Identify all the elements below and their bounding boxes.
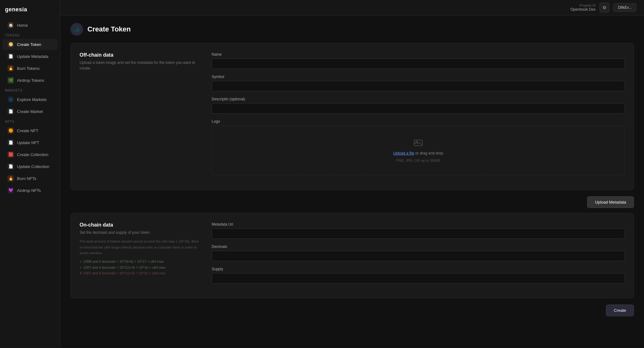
onchain-warning: The total amount of tokens issued cannot… xyxy=(80,239,199,256)
upload-text: Upload a file or drag and drop xyxy=(393,151,443,155)
create-collection-icon: 🟥 xyxy=(8,151,14,158)
sidebar-item-update-nft[interactable]: 📄 Update NFT xyxy=(3,137,58,148)
burn-nfts-icon: 🔥 xyxy=(8,175,14,182)
decimals-input[interactable] xyxy=(212,251,625,261)
supply-label: Supply xyxy=(212,267,625,271)
create-button[interactable]: Create xyxy=(606,305,634,316)
onchain-note-0: ✓ 100B and 6 decimals = 10^(9+6) = 10^17… xyxy=(80,259,199,265)
offchain-form: Name Symbol Descriptin (optional) Logo xyxy=(212,52,625,181)
logo-upload-area[interactable]: Upload a file or drag and drop PNG, JPG,… xyxy=(212,126,625,175)
description-input[interactable] xyxy=(212,103,625,114)
program-id-label: Program ID xyxy=(570,4,596,7)
sidebar-item-burn-tokens-label: Burn Tokens xyxy=(17,66,40,71)
name-field-group: Name xyxy=(212,52,625,69)
onchain-form: Metadata Uri Decimals Supply xyxy=(212,222,625,289)
upload-metadata-btn-container: Upload Metadata xyxy=(70,196,634,213)
nfts-section-label: NFTs xyxy=(0,117,60,125)
update-metadata-icon: 📄 xyxy=(8,53,14,59)
offchain-card: Off-chain data Upload a token image and … xyxy=(70,43,634,190)
offchain-card-layout: Off-chain data Upload a token image and … xyxy=(80,52,625,181)
program-id-value: Openbook Dex xyxy=(570,7,596,12)
name-label: Name xyxy=(212,52,625,57)
page-header-icon: 🌑 xyxy=(70,23,83,36)
symbol-field-group: Symbol xyxy=(212,75,625,91)
main-area: Program ID Openbook Dex ⚙ DifkEv... 🌑 Cr… xyxy=(60,0,644,348)
sidebar-item-airdrop-tokens-label: Airdrop Tokens xyxy=(17,78,44,83)
upload-hint: PNG, JPG, GIF up to 300KB xyxy=(396,159,440,162)
update-nft-icon: 📄 xyxy=(8,139,14,146)
airdrop-tokens-icon: 🌿 xyxy=(8,77,14,83)
create-market-icon: 📄 xyxy=(8,108,14,115)
sidebar-item-create-market[interactable]: 📄 Create Market xyxy=(3,106,58,117)
create-btn-container: Create xyxy=(70,305,634,319)
onchain-card-left: On-chain data Set the decimals and suppl… xyxy=(80,222,199,289)
sidebar-item-burn-tokens[interactable]: 🔥 Burn Tokens xyxy=(3,63,58,74)
onchain-note-1: ✓ 100T and 4 decimals = 10^(12+4) = 10^1… xyxy=(80,265,199,271)
sidebar-item-burn-nfts-label: Burn NFTs xyxy=(17,176,36,181)
offchain-subtitle: Upload a token image and set the metadat… xyxy=(80,60,199,71)
sidebar-item-airdrop-nfts-label: Airdrop NFTs xyxy=(17,188,41,193)
sidebar-item-update-metadata[interactable]: 📄 Update Metadata xyxy=(3,51,58,62)
decimals-label: Decimals xyxy=(212,244,625,249)
settings-button[interactable]: ⚙ xyxy=(599,3,609,13)
burn-tokens-icon: 🔥 xyxy=(8,65,14,71)
description-label: Descriptin (optional) xyxy=(212,97,625,101)
onchain-card: On-chain data Set the decimals and suppl… xyxy=(70,213,634,298)
airdrop-nfts-icon: 💜 xyxy=(8,187,14,194)
onchain-title: On-chain data xyxy=(80,222,199,228)
create-token-icon: 🪙 xyxy=(8,41,14,48)
sidebar-item-create-nft[interactable]: 🟠 Create NFT xyxy=(3,125,58,136)
sidebar-item-update-metadata-label: Update Metadata xyxy=(17,54,48,59)
home-icon: 🏠 xyxy=(8,22,14,28)
logo-field-group: Logo Upload a file or drag and drop xyxy=(212,119,625,175)
onchain-note-2: ✗ 100T and 9 decimals = 10^(12+9) = 10^2… xyxy=(80,270,199,276)
sidebar-item-explore-markets-label: Explore Markets xyxy=(17,97,47,102)
program-id-info: Program ID Openbook Dex xyxy=(570,4,596,12)
update-collection-icon: 📄 xyxy=(8,163,14,170)
upload-link[interactable]: Upload a file xyxy=(393,151,414,155)
upload-image-icon xyxy=(414,138,423,148)
supply-input[interactable] xyxy=(212,273,625,283)
sidebar-item-home[interactable]: 🏠 Home xyxy=(3,20,58,31)
sidebar-item-create-token[interactable]: 🪙 Create Token xyxy=(3,39,58,50)
offchain-title: Off-chain data xyxy=(80,52,199,58)
metadata-uri-input[interactable] xyxy=(212,228,625,239)
upload-or-text: or drag and drop xyxy=(414,151,443,155)
sidebar-item-create-collection-label: Create Collection xyxy=(17,152,48,157)
symbol-input[interactable] xyxy=(212,81,625,91)
sidebar-item-airdrop-nfts[interactable]: 💜 Airdrop NFTs xyxy=(3,185,58,196)
topbar: Program ID Openbook Dex ⚙ DifkEv... xyxy=(60,0,644,15)
wallet-button[interactable]: DifkEv... xyxy=(613,3,636,12)
markets-section-label: Markets xyxy=(0,86,60,93)
sidebar-item-create-market-label: Create Market xyxy=(17,109,43,114)
tokens-section-label: Tokens xyxy=(0,31,60,38)
page-header: 🌑 Create Token xyxy=(70,23,634,36)
sidebar-item-create-collection[interactable]: 🟥 Create Collection xyxy=(3,149,58,160)
sidebar-item-explore-markets[interactable]: ● Explore Markets xyxy=(3,94,58,105)
content-area: 🌑 Create Token Off-chain data Upload a t… xyxy=(60,15,644,348)
decimals-field-group: Decimals xyxy=(212,244,625,261)
sidebar: genesia 🏠 Home Tokens 🪙 Create Token 📄 U… xyxy=(0,0,60,348)
metadata-uri-label: Metadata Uri xyxy=(212,222,625,227)
sidebar-item-home-label: Home xyxy=(17,23,28,28)
supply-field-group: Supply xyxy=(212,267,625,283)
symbol-label: Symbol xyxy=(212,75,625,79)
onchain-card-layout: On-chain data Set the decimals and suppl… xyxy=(80,222,625,289)
logo-label: Logo xyxy=(212,119,625,124)
upload-metadata-button[interactable]: Upload Metadata xyxy=(587,196,634,208)
onchain-notes: The total amount of tokens issued cannot… xyxy=(80,239,199,276)
sidebar-item-airdrop-tokens[interactable]: 🌿 Airdrop Tokens xyxy=(3,75,58,86)
app-logo: genesia xyxy=(0,5,60,19)
explore-markets-icon: ● xyxy=(8,96,14,103)
description-field-group: Descriptin (optional) xyxy=(212,97,625,114)
metadata-uri-field-group: Metadata Uri xyxy=(212,222,625,239)
sidebar-item-update-collection[interactable]: 📄 Update Collection xyxy=(3,161,58,172)
create-nft-icon: 🟠 xyxy=(8,127,14,134)
sidebar-item-create-token-label: Create Token xyxy=(17,42,41,47)
sidebar-item-update-collection-label: Update Collection xyxy=(17,164,49,169)
sidebar-item-create-nft-label: Create NFT xyxy=(17,128,38,133)
name-input[interactable] xyxy=(212,59,625,69)
sidebar-item-burn-nfts[interactable]: 🔥 Burn NFTs xyxy=(3,173,58,184)
sidebar-item-update-nft-label: Update NFT xyxy=(17,140,39,145)
onchain-subtitle: Set the decimals and supply of your toke… xyxy=(80,230,199,235)
